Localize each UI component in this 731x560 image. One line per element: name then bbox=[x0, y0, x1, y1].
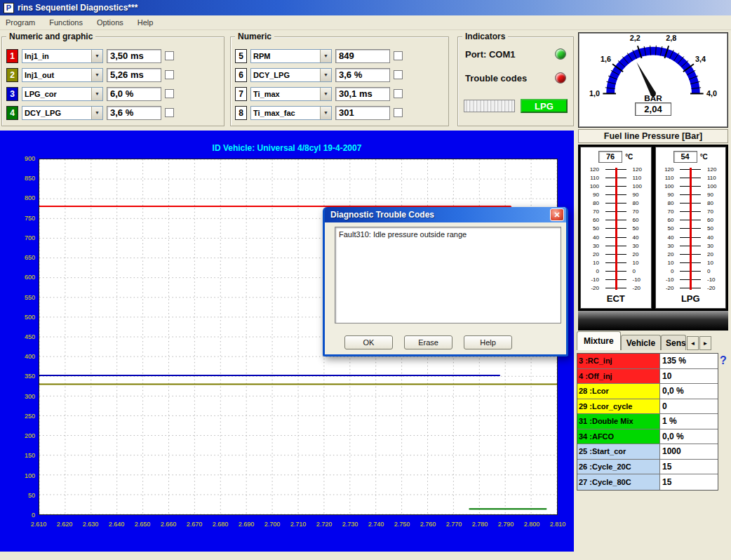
close-icon[interactable]: ✕ bbox=[550, 208, 564, 221]
y-tick-label: 900 bbox=[0, 155, 35, 162]
table-row[interactable]: 4 :Off_inj 10 bbox=[577, 369, 718, 385]
port-label: Port: COM1 bbox=[465, 49, 516, 60]
dialog-title-bar[interactable]: Diagnostic Trouble Codes ✕ bbox=[325, 207, 566, 222]
chevron-down-icon[interactable]: ▼ bbox=[91, 107, 102, 119]
fuel-selector-row: LPG bbox=[464, 99, 568, 113]
ect-unit: °C bbox=[625, 153, 633, 161]
chevron-down-icon[interactable]: ▼ bbox=[91, 50, 102, 62]
svg-text:1,0: 1,0 bbox=[589, 89, 600, 98]
param-name-cell: 31 :Double Mix bbox=[577, 414, 660, 429]
chevron-down-icon[interactable]: ▼ bbox=[320, 50, 331, 62]
table-row[interactable]: 28 :Lcor 0,0 % bbox=[577, 384, 718, 399]
channel-1-param-select[interactable]: Inj1_in ▼ bbox=[22, 49, 103, 63]
channel-row-8: 8 Ti_max_fac ▼ 301 bbox=[231, 103, 448, 122]
channel-4-param-label: DCY_LPG bbox=[22, 109, 91, 117]
channel-4-param-select[interactable]: DCY_LPG ▼ bbox=[22, 106, 103, 120]
chart-y-axis: 900 850 800 750 700 650 600 550 500 450 … bbox=[0, 155, 35, 519]
channel-8-checkbox[interactable] bbox=[394, 108, 403, 117]
y-tick-label: 600 bbox=[0, 274, 35, 281]
channel-6-param-select[interactable]: DCY_LPG ▼ bbox=[250, 68, 332, 82]
menu-item-options[interactable]: Options bbox=[97, 18, 123, 27]
channel-8-param-label: Ti_max_fac bbox=[251, 109, 320, 117]
channel-2-checkbox[interactable] bbox=[165, 70, 174, 79]
param-value-cell: 1000 bbox=[660, 444, 718, 459]
channel-row-4: 4 DCY_LPG ▼ 3,6 % bbox=[2, 103, 224, 122]
table-row[interactable]: 29 :Lcor_cycle 0 bbox=[577, 399, 718, 415]
trouble-codes-row: Trouble codes bbox=[465, 72, 566, 84]
trouble-codes-dialog: Diagnostic Trouble Codes ✕ Fault310: Idl… bbox=[323, 207, 568, 356]
channel-8-number: 8 bbox=[235, 106, 247, 120]
chevron-down-icon[interactable]: ▼ bbox=[320, 88, 331, 100]
chevron-down-icon[interactable]: ▼ bbox=[320, 69, 331, 81]
help-icon[interactable]: ? bbox=[720, 354, 727, 367]
chevron-down-icon[interactable]: ▼ bbox=[320, 107, 331, 119]
help-button[interactable]: Help bbox=[464, 335, 512, 349]
param-value-cell: 0,0 % bbox=[660, 429, 718, 444]
ect-header: 76 °C bbox=[582, 149, 650, 164]
svg-text:2,2: 2,2 bbox=[630, 34, 641, 42]
param-name-cell: 34 :AFCO bbox=[577, 429, 660, 444]
gauge-caption: Fuel line Pressure [Bar] bbox=[578, 129, 728, 143]
channel-2-value: 5,26 ms bbox=[107, 68, 161, 82]
erase-button[interactable]: Erase bbox=[404, 335, 452, 349]
group-title: Numeric and graphic bbox=[6, 32, 95, 41]
chevron-down-icon[interactable]: ▼ bbox=[91, 88, 102, 100]
param-name-cell: 28 :Lcor bbox=[577, 384, 660, 399]
menu-item-program[interactable]: Program bbox=[6, 18, 35, 27]
param-value-cell: 15 bbox=[660, 460, 718, 474]
channel-7-checkbox[interactable] bbox=[394, 89, 403, 98]
menu-item-help[interactable]: Help bbox=[138, 18, 154, 27]
channel-8-param-select[interactable]: Ti_max_fac ▼ bbox=[250, 106, 332, 120]
tab-mixture[interactable]: Mixture bbox=[577, 331, 621, 350]
channel-row-2: 2 Inj1_out ▼ 5,26 ms bbox=[2, 65, 224, 84]
channel-3-param-select[interactable]: LPG_cor ▼ bbox=[22, 87, 103, 101]
channel-3-checkbox[interactable] bbox=[165, 89, 174, 98]
title-bar[interactable]: P rins Sequentiel Diagnostics*** bbox=[0, 0, 731, 15]
chevron-down-icon[interactable]: ▼ bbox=[91, 69, 102, 81]
menu-item-functions[interactable]: Functions bbox=[49, 18, 83, 27]
y-tick-label: 100 bbox=[0, 472, 35, 479]
tab-scroll-right-icon[interactable]: ► bbox=[699, 336, 711, 350]
channel-7-param-select[interactable]: Ti_max ▼ bbox=[250, 87, 332, 101]
channel-2-param-select[interactable]: Inj1_out ▼ bbox=[22, 68, 103, 82]
y-tick-label: 350 bbox=[0, 373, 35, 380]
channel-1-color-box: 1 bbox=[6, 49, 18, 63]
table-row[interactable]: 25 :Start_cor 1000 bbox=[577, 444, 718, 460]
table-row[interactable]: 34 :AFCO 0,0 % bbox=[577, 429, 718, 445]
channel-5-param-select[interactable]: RPM ▼ bbox=[250, 49, 332, 63]
param-value-cell: 1 % bbox=[660, 414, 718, 429]
tab-vehicle[interactable]: Vehicle bbox=[621, 335, 661, 350]
channel-7-number: 7 bbox=[235, 87, 247, 101]
gauge-dial: 1,01,62,22,83,44,0BAR bbox=[579, 34, 727, 102]
tab-sensors[interactable]: Sensors bbox=[661, 335, 686, 350]
lpg-thermometer: 54 °C 120 120 110 bbox=[655, 147, 727, 309]
y-tick-label: 700 bbox=[0, 234, 35, 241]
channel-4-checkbox[interactable] bbox=[165, 108, 174, 117]
channel-1-checkbox[interactable] bbox=[165, 51, 174, 60]
channel-6-checkbox[interactable] bbox=[394, 70, 403, 79]
svg-text:4,0: 4,0 bbox=[706, 89, 717, 98]
y-tick-label: 750 bbox=[0, 215, 35, 222]
channel-5-checkbox[interactable] bbox=[394, 51, 403, 60]
svg-text:3,4: 3,4 bbox=[695, 55, 706, 63]
lpg-button[interactable]: LPG bbox=[521, 99, 568, 113]
trouble-codes-list[interactable]: Fault310: Idle pressure outside range bbox=[335, 227, 561, 324]
y-tick-label: 200 bbox=[0, 432, 35, 439]
table-row[interactable]: 31 :Double Mix 1 % bbox=[577, 414, 718, 429]
chart-title: ID Vehicle: Universal 4/8cyl 19-4-2007 bbox=[0, 143, 574, 153]
param-value-cell: 0,0 % bbox=[660, 384, 718, 399]
menu-bar: Program Functions Options Help bbox=[0, 15, 731, 30]
y-tick-label: 50 bbox=[0, 492, 35, 499]
table-row[interactable]: 3 :RC_inj 135 % bbox=[577, 354, 718, 369]
app-icon: P bbox=[4, 3, 14, 13]
tab-scroll-left-icon[interactable]: ◄ bbox=[687, 336, 699, 350]
table-row[interactable]: 26 :Cycle_20C 15 bbox=[577, 460, 718, 475]
ect-value: 76 bbox=[598, 151, 622, 163]
y-tick-label: 550 bbox=[0, 294, 35, 301]
channel-1-value: 3,50 ms bbox=[107, 49, 161, 63]
ok-button[interactable]: OK bbox=[344, 335, 393, 349]
table-row[interactable]: 27 :Cycle_80C 15 bbox=[577, 474, 718, 490]
y-tick-label: 850 bbox=[0, 175, 35, 182]
y-tick-label: 500 bbox=[0, 314, 35, 321]
channel-2-param-label: Inj1_out bbox=[22, 71, 91, 79]
